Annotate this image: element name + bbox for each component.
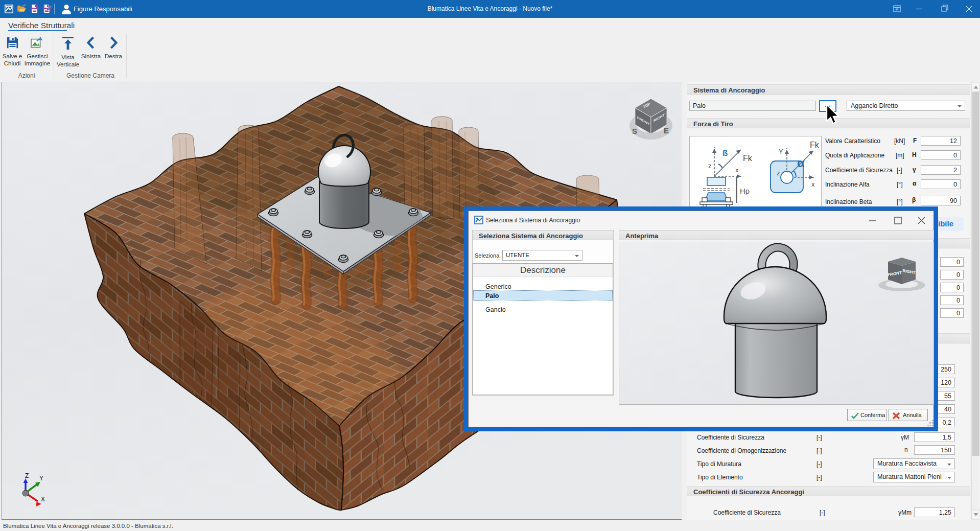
svg-text:ß: ß	[722, 148, 728, 158]
svg-text:Y: Y	[779, 148, 783, 155]
svg-text:S: S	[632, 127, 637, 135]
svg-text:Hp: Hp	[740, 187, 750, 195]
svg-text:x: x	[735, 166, 739, 174]
svg-text:E: E	[664, 126, 669, 135]
svg-text:Fk: Fk	[810, 141, 820, 149]
svg-text:z: z	[708, 162, 712, 170]
svg-text:Fk: Fk	[743, 154, 753, 163]
svg-text:α: α	[797, 156, 805, 170]
svg-text:Z: Z	[25, 472, 29, 479]
svg-text:x: x	[811, 180, 815, 188]
svg-text:z: z	[777, 169, 780, 177]
svg-text:X: X	[41, 496, 45, 503]
svg-text:Y: Y	[39, 475, 43, 482]
